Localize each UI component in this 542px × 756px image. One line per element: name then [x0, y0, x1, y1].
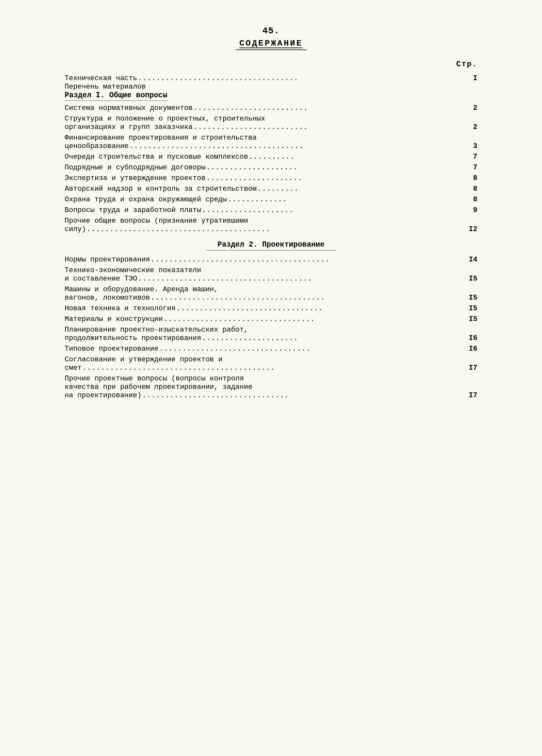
- toc-item-2: Структура и положение о проектных, строи…: [65, 115, 477, 131]
- toc-item-8: Охрана труда и охрана окружающей среды .…: [65, 196, 477, 204]
- toc-item-17: Типовое проектирование .................…: [65, 345, 477, 353]
- title-underline: [236, 49, 307, 50]
- page: 45. СОДЕРЖАНИЕ Стр. Техническая часть ..…: [0, 0, 542, 756]
- toc-item-6: Экспертиза и утверждение проектов ......…: [65, 174, 477, 182]
- toc-item-13: Машины и оборудование. Аренда машин, ваг…: [65, 285, 477, 302]
- section2-header-block: Раздел 2. Проектирование: [65, 240, 477, 250]
- page-number: 45.: [65, 26, 477, 36]
- toc-item-4: Очереди строительства и пусковые комплек…: [65, 153, 477, 161]
- toc-item-3: Финансирование проектирования и строител…: [65, 134, 477, 150]
- page-title: СОДЕРЖАНИЕ: [65, 38, 477, 48]
- toc-item-14: Новая техника и технология .............…: [65, 304, 477, 313]
- toc-section-header-1: Раздел I. Общие вопросы: [65, 91, 477, 100]
- toc-item-19: Прочие проектные вопросы (вопросы контро…: [65, 375, 477, 399]
- toc-item-7: Авторский надзор и контроль за строитель…: [65, 185, 477, 193]
- toc-text-technical: Техническая часть: [65, 74, 137, 82]
- toc-item-5: Подрядные и субподрядные договоры ......…: [65, 164, 477, 172]
- toc-technical-section: Техническая часть ......................…: [65, 74, 477, 101]
- title-block: СОДЕРЖАНИЕ: [65, 38, 477, 50]
- toc-item-18: Согласование и утверждение проектов и см…: [65, 356, 477, 372]
- toc-item-12: Технико-экономические показатели и соста…: [65, 266, 477, 283]
- toc-continuation-1: Перечень материалов: [65, 83, 477, 91]
- toc-page-technical: I: [466, 74, 477, 82]
- toc-entry-technical: Техническая часть ......................…: [65, 74, 477, 82]
- section2-label: Раздел 2. Проектирование: [65, 240, 477, 249]
- toc-item-11: Нормы проектирования ...................…: [65, 256, 477, 264]
- toc-item-16: Планирование проектно-изыскательских раб…: [65, 326, 477, 342]
- toc-item-15: Материалы и конструкции ................…: [65, 315, 477, 323]
- toc-item-10: Прочие общие вопросы (признание утративш…: [65, 217, 477, 233]
- toc-item-1: Система нормативных документов .........…: [65, 104, 477, 112]
- section1-divider: [65, 101, 168, 101]
- toc-item-9: Вопросы труда и заработной платы .......…: [65, 206, 477, 214]
- str-label: Стр.: [65, 60, 477, 69]
